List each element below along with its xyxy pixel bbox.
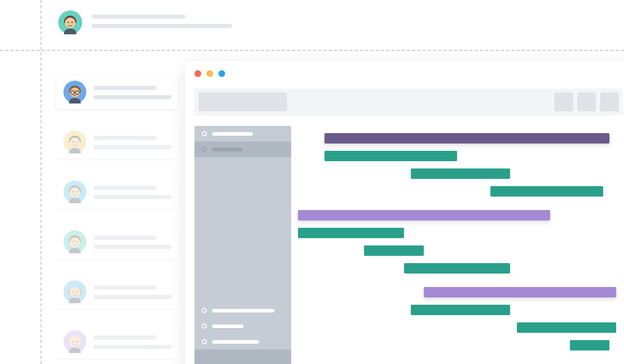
- contact-name-line: [94, 136, 156, 140]
- contact-card[interactable]: [56, 325, 178, 358]
- contact-sub-line: [94, 345, 172, 349]
- side-panel: [194, 126, 291, 364]
- svg-point-29: [72, 341, 73, 342]
- page-header: [58, 10, 232, 34]
- toolbar: [194, 88, 623, 115]
- side-panel-item[interactable]: [194, 334, 291, 349]
- contact-card[interactable]: [56, 175, 178, 209]
- contact-name-line: [94, 285, 156, 290]
- toolbar-action[interactable]: [600, 93, 619, 111]
- header-line-1: [92, 15, 185, 19]
- traffic-light-max-icon[interactable]: [218, 70, 225, 77]
- avatar: [63, 131, 86, 153]
- contact-sub-line: [94, 95, 172, 99]
- side-panel-item[interactable]: [194, 126, 291, 141]
- toolbar-action[interactable]: [554, 93, 573, 111]
- contact-card[interactable]: [56, 225, 178, 258]
- contact-sub-line: [94, 195, 172, 199]
- contact-name-line: [94, 186, 156, 190]
- avatar: [63, 180, 86, 203]
- contact-sub-line: [94, 245, 172, 249]
- svg-point-15: [72, 191, 73, 192]
- contact-card[interactable]: [56, 75, 178, 109]
- svg-point-14: [70, 187, 80, 197]
- gantt-task-bar[interactable]: [570, 340, 610, 350]
- gantt-chart: [291, 126, 623, 364]
- svg-point-30: [76, 341, 77, 342]
- gantt-summary-bar[interactable]: [424, 287, 616, 297]
- side-panel-item[interactable]: [194, 141, 291, 157]
- layout-divider-v: [41, 0, 42, 364]
- side-panel-footer: [194, 349, 291, 364]
- avatar: [63, 230, 86, 253]
- toolbar-main-block[interactable]: [199, 93, 287, 111]
- app-content: [194, 126, 623, 364]
- gantt-task-bar[interactable]: [411, 305, 510, 315]
- header-line-2: [92, 24, 232, 28]
- svg-point-10: [70, 137, 80, 147]
- avatar: [63, 280, 86, 303]
- gantt-summary-bar[interactable]: [324, 133, 610, 144]
- svg-point-12: [76, 141, 77, 142]
- contact-list: [56, 75, 178, 358]
- svg-point-19: [72, 241, 73, 242]
- side-panel-item[interactable]: [194, 318, 291, 334]
- contact-name-line: [94, 236, 156, 240]
- avatar: [58, 10, 82, 34]
- browser-window: [185, 61, 624, 364]
- contact-card[interactable]: [56, 275, 178, 308]
- svg-point-24: [70, 287, 80, 297]
- svg-point-2: [68, 22, 69, 23]
- layout-divider-h: [0, 50, 624, 51]
- traffic-light-close-icon[interactable]: [194, 70, 201, 77]
- svg-point-16: [76, 191, 77, 192]
- gantt-task-bar[interactable]: [490, 186, 603, 197]
- contact-sub-line: [94, 145, 172, 149]
- traffic-light-min-icon[interactable]: [206, 70, 213, 77]
- gantt-task-bar[interactable]: [364, 245, 424, 256]
- side-panel-item[interactable]: [194, 303, 291, 318]
- contact-card[interactable]: [56, 125, 178, 159]
- gantt-task-bar[interactable]: [324, 151, 457, 161]
- svg-point-28: [70, 337, 80, 347]
- gantt-summary-bar[interactable]: [298, 210, 550, 220]
- svg-point-11: [72, 141, 73, 142]
- svg-point-25: [72, 291, 73, 292]
- contact-name-line: [94, 335, 156, 340]
- svg-point-26: [76, 291, 77, 292]
- svg-point-20: [76, 241, 77, 242]
- toolbar-action[interactable]: [577, 93, 596, 111]
- gantt-task-bar[interactable]: [404, 263, 510, 274]
- svg-point-1: [65, 18, 75, 28]
- avatar: [63, 81, 86, 103]
- svg-point-3: [71, 22, 73, 23]
- svg-point-18: [70, 237, 80, 247]
- gantt-task-bar[interactable]: [298, 228, 404, 238]
- contact-sub-line: [94, 295, 172, 299]
- avatar: [63, 330, 86, 353]
- window-titlebar: [185, 61, 624, 85]
- gantt-task-bar[interactable]: [411, 168, 510, 179]
- contact-name-line: [94, 86, 156, 90]
- gantt-task-bar[interactable]: [517, 322, 616, 333]
